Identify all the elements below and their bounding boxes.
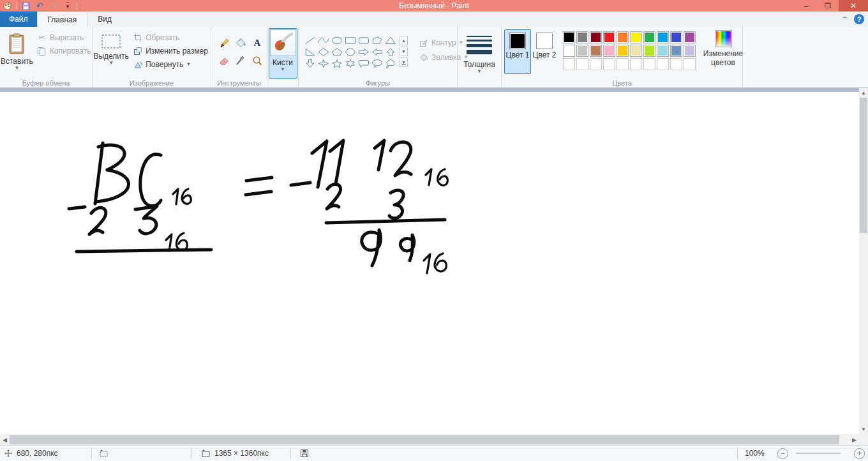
paint-app-icon[interactable] <box>2 1 12 11</box>
palette-empty-slot[interactable] <box>643 58 655 70</box>
select-button[interactable]: Выделить ▼ <box>93 28 130 78</box>
zoom-slider-track[interactable] <box>796 453 841 454</box>
horizontal-scroll-thumb[interactable] <box>10 435 839 444</box>
fill-bucket-tool-button[interactable] <box>233 34 248 51</box>
shape-rounded-callout[interactable] <box>357 58 370 69</box>
shape-oval[interactable] <box>331 35 343 46</box>
scroll-left-icon[interactable]: ◀ <box>0 434 10 445</box>
color-picker-tool-button[interactable] <box>233 52 248 69</box>
shape-polygon[interactable] <box>371 35 384 46</box>
palette-color-swatch[interactable] <box>630 31 642 43</box>
shape-cloud-callout[interactable] <box>384 58 397 69</box>
palette-empty-slot[interactable] <box>657 58 669 70</box>
shape-hexagon[interactable] <box>344 47 357 57</box>
shape-right-triangle[interactable] <box>304 47 317 57</box>
vertical-scrollbar[interactable]: ▲ ▼ <box>859 88 868 434</box>
scroll-down-icon[interactable]: ▼ <box>859 425 868 434</box>
shapes-scroll-up-icon[interactable]: ▲ <box>400 36 408 45</box>
crop-button[interactable]: Обрезать <box>130 31 211 44</box>
copy-button[interactable]: Копировать <box>34 44 94 57</box>
palette-color-swatch[interactable] <box>630 45 642 57</box>
palette-color-swatch[interactable] <box>590 31 602 43</box>
palette-empty-slot[interactable] <box>576 58 588 70</box>
shape-six-point-star[interactable] <box>344 58 357 69</box>
tab-file[interactable]: Файл <box>0 11 37 27</box>
undo-button[interactable]: ↶ <box>34 1 45 11</box>
palette-color-swatch[interactable] <box>657 45 669 57</box>
arrow-down-icon <box>304 58 317 69</box>
shape-line[interactable] <box>304 35 317 46</box>
close-button[interactable]: ✕ <box>839 0 868 11</box>
shape-curve[interactable] <box>317 35 330 46</box>
color2-button[interactable]: Цвет 2 <box>531 29 558 74</box>
pencil-tool-button[interactable] <box>216 34 232 51</box>
tab-home[interactable]: Главная <box>37 11 88 27</box>
resize-button[interactable]: Изменить размер <box>130 44 211 57</box>
scroll-right-icon[interactable]: ▶ <box>849 434 859 445</box>
palette-color-swatch[interactable] <box>576 31 588 43</box>
palette-color-swatch[interactable] <box>603 45 615 57</box>
scroll-up-icon[interactable]: ▲ <box>859 88 868 98</box>
palette-empty-slot[interactable] <box>603 58 615 70</box>
shape-four-point-star[interactable] <box>317 58 330 69</box>
tab-view[interactable]: Вид <box>87 11 122 27</box>
palette-color-swatch[interactable] <box>563 45 575 57</box>
palette-color-swatch[interactable] <box>603 31 615 43</box>
shape-arrow-up[interactable] <box>384 47 397 57</box>
palette-color-swatch[interactable] <box>576 45 588 57</box>
redo-button[interactable]: ↷ <box>49 1 59 11</box>
eraser-tool-button[interactable] <box>216 52 232 69</box>
palette-color-swatch[interactable] <box>643 45 655 57</box>
drawing-canvas[interactable] <box>0 92 859 434</box>
palette-color-swatch[interactable] <box>563 31 575 43</box>
maximize-button[interactable]: ❐ <box>817 0 839 11</box>
palette-empty-slot[interactable] <box>670 58 682 70</box>
brushes-button[interactable]: Кисти ▼ <box>269 28 297 79</box>
size-button[interactable]: Толщина ▼ <box>460 28 499 79</box>
palette-color-swatch[interactable] <box>684 31 696 43</box>
palette-color-swatch[interactable] <box>617 45 629 57</box>
edit-colors-button[interactable]: Изменение цветов <box>705 30 742 68</box>
shape-arrow-right[interactable] <box>357 47 370 57</box>
minimize-button[interactable]: – <box>795 0 817 11</box>
cut-button[interactable]: ✂ Вырезать <box>34 31 94 44</box>
palette-color-swatch[interactable] <box>657 31 669 43</box>
palette-color-swatch[interactable] <box>670 45 682 57</box>
palette-color-swatch[interactable] <box>643 31 655 43</box>
text-tool-button[interactable]: A <box>250 34 265 51</box>
zoom-in-button[interactable]: + <box>854 448 865 459</box>
rotate-button[interactable]: Повернуть ▼ <box>130 57 211 71</box>
zoom-out-button[interactable]: − <box>777 448 788 459</box>
palette-empty-slot[interactable] <box>563 58 575 70</box>
palette-empty-slot[interactable] <box>617 58 629 70</box>
help-icon[interactable]: ? <box>854 14 864 24</box>
shapes-more-icon[interactable]: ▼ <box>400 57 408 67</box>
shape-arrow-left[interactable] <box>371 47 384 57</box>
palette-color-swatch[interactable] <box>670 31 682 43</box>
horizontal-scrollbar[interactable]: ◀ ▶ <box>0 434 859 445</box>
magnifier-tool-button[interactable] <box>250 52 265 69</box>
palette-empty-slot[interactable] <box>684 58 696 70</box>
group-image: Выделить ▼ Обрезать Изменить размер <box>93 27 211 87</box>
shape-rectangle[interactable] <box>344 35 357 46</box>
shape-pentagon[interactable] <box>331 47 343 57</box>
vertical-scroll-thumb[interactable] <box>860 98 867 233</box>
palette-color-swatch[interactable] <box>590 45 602 57</box>
shape-triangle[interactable] <box>384 35 397 46</box>
shape-rounded-rectangle[interactable] <box>357 35 370 46</box>
paste-button[interactable]: Вставить ▼ <box>0 28 34 78</box>
shape-five-point-star[interactable] <box>331 58 343 69</box>
palette-empty-slot[interactable] <box>590 58 602 70</box>
shape-arrow-down[interactable] <box>304 58 317 69</box>
palette-color-swatch[interactable] <box>617 31 629 43</box>
shapes-scroll-down-icon[interactable]: ▼ <box>400 47 408 56</box>
collapse-ribbon-button[interactable]: ⌃ <box>841 15 849 24</box>
customize-qat-dropdown[interactable]: ▾ <box>63 1 73 11</box>
colors-group-label: Цвета <box>502 79 742 87</box>
palette-color-swatch[interactable] <box>684 45 696 57</box>
color1-button[interactable]: Цвет 1 <box>504 29 531 74</box>
palette-empty-slot[interactable] <box>630 58 642 70</box>
shape-oval-callout[interactable] <box>371 58 384 69</box>
save-button[interactable] <box>20 1 31 11</box>
shape-diamond[interactable] <box>317 47 330 57</box>
